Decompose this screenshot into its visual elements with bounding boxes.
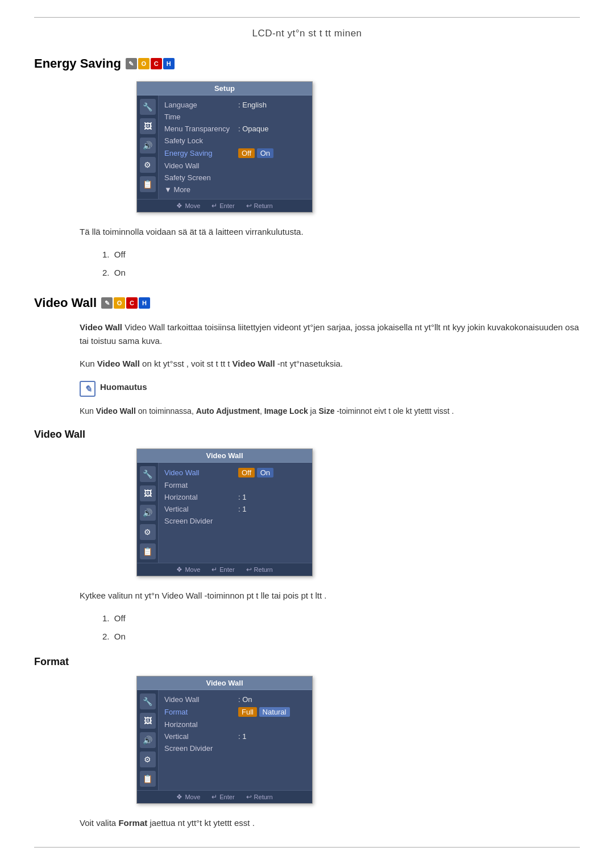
format-menu-wrapper: Video Wall 🔧 🖼 🔊 ⚙ 📋 Video Wall : On For… — [136, 676, 580, 804]
vw-value-horizontal: : 1 — [238, 493, 246, 501]
fmt-row-horizontal: Horizontal — [164, 719, 306, 730]
format-menu-title: Video Wall — [137, 676, 312, 690]
video-wall-intro: Video Wall Video Wall tarkoittaa toisiin… — [80, 321, 580, 348]
format-description: Voit valita Format jaettua nt ytt°t kt y… — [80, 816, 580, 830]
energy-saving-list-1: 1. Off — [102, 248, 580, 261]
vw-value-off: Off — [238, 468, 255, 477]
vw-menu-icon-2: 🖼 — [140, 485, 156, 501]
menu-icons-col: 🔧 🖼 🔊 ⚙ 📋 — [137, 95, 159, 199]
menu-row-time: Time — [164, 111, 306, 123]
vw-items-col: Video Wall Off On Format Horizontal : 1 — [159, 463, 312, 563]
menu-row-safety-lock: Safety Lock — [164, 135, 306, 147]
menu-row-video-wall: Video Wall — [164, 160, 306, 172]
fmt-footer-move-label: Move — [185, 794, 200, 800]
menu-row-safety-screen: Safety Screen — [164, 172, 306, 184]
fmt-footer-return: ↩ Return — [246, 793, 273, 801]
footer-enter-label: Enter — [219, 202, 234, 209]
fmt-footer-enter-label: Enter — [219, 794, 234, 800]
subsection-format-heading: Format — [34, 656, 580, 668]
fmt-footer-return-label: Return — [254, 794, 273, 800]
footer-move: ❖ Move — [176, 202, 200, 210]
menu-row-menu-transparency: Menu Transparency : Opaque — [164, 123, 306, 135]
menu-icon-3: 🔊 — [140, 138, 156, 153]
vw-label-screen-divider: Screen Divider — [164, 517, 238, 525]
fmt-label-format: Format — [164, 708, 238, 716]
menu-icon-5: 📋 — [140, 176, 156, 192]
note-label: Huomautus — [100, 380, 147, 392]
menu-label-time: Time — [164, 113, 238, 121]
vw-return-icon: ↩ — [246, 566, 252, 574]
vw-footer-move-label: Move — [185, 566, 200, 573]
fmt-icon-2: 🖼 — [140, 713, 156, 729]
fmt-icon-1: 🔧 — [140, 693, 156, 709]
vw-menu-icon-1: 🔧 — [140, 466, 156, 482]
badge-o: O — [138, 58, 150, 69]
bottom-rule — [34, 847, 580, 848]
vw-description: Kytkee valitun nt yt°n Video Wall -toimi… — [80, 589, 580, 603]
menu-value-energy-saving-off: Off — [238, 148, 255, 158]
menu-row-more: ▼ More — [164, 184, 306, 196]
format-menu: Video Wall 🔧 🖼 🔊 ⚙ 📋 Video Wall : On For… — [136, 676, 313, 804]
menu-label-energy-saving: Energy Saving — [164, 149, 238, 157]
vw-row-screen-divider: Screen Divider — [164, 515, 306, 527]
fmt-value-vertical: : 1 — [238, 732, 246, 741]
enter-icon: ↵ — [211, 202, 217, 210]
vw-value-on: On — [257, 468, 273, 477]
footer-enter: ↵ Enter — [211, 202, 234, 210]
subsection-video-wall-heading: Video Wall — [34, 429, 580, 441]
fmt-enter-icon: ↵ — [211, 793, 217, 801]
menu-label-more: ▼ More — [164, 185, 238, 194]
menu-label-language: Language — [164, 101, 238, 109]
menu-label-safety-screen: Safety Screen — [164, 173, 238, 182]
fmt-row-video-wall: Video Wall : On — [164, 693, 306, 705]
menu-row-language: Language : English — [164, 99, 306, 111]
badge-c: C — [151, 58, 162, 69]
video-wall-heading: Video Wall ✎ O C H — [34, 296, 580, 310]
fmt-icon-4: ⚙ — [140, 751, 156, 767]
fmt-items-col: Video Wall : On Format Full Natural Hori… — [159, 690, 312, 790]
fmt-row-format: Format Full Natural — [164, 705, 306, 719]
fmt-footer-enter: ↵ Enter — [211, 793, 234, 801]
vw-badge-c: C — [126, 297, 138, 309]
video-wall-kun-text: Kun Video Wall on kt yt°sst , voit st t … — [80, 357, 580, 371]
vw-label-vertical: Vertical — [164, 505, 238, 513]
vw-footer-return: ↩ Return — [246, 566, 273, 574]
menu-icon-2: 🖼 — [140, 118, 156, 134]
note-block: ✎ Huomautus — [80, 380, 580, 397]
video-wall-menu: Video Wall 🔧 🖼 🔊 ⚙ 📋 Video Wall Off On — [136, 448, 313, 576]
vw-badge-h: H — [139, 297, 150, 309]
vw-menu-icon-4: ⚙ — [140, 524, 156, 540]
badge-h: H — [163, 58, 175, 69]
energy-saving-description: Tä llä toiminnolla voidaan sä ät tä ä la… — [80, 225, 580, 239]
page-title: LCD-nt yt°n st t tt minen — [34, 28, 580, 39]
vw-spacer-1 — [164, 527, 306, 538]
vw-label-format: Format — [164, 481, 238, 489]
fmt-row-screen-divider: Screen Divider — [164, 742, 306, 754]
return-icon: ↩ — [246, 202, 252, 210]
page-container: LCD-nt yt°n st t tt minen Energy Saving … — [0, 0, 614, 865]
fmt-label-vertical: Vertical — [164, 732, 238, 741]
footer-return-label: Return — [254, 202, 273, 209]
vw-row-format: Format — [164, 479, 306, 491]
fmt-menu-footer: ❖ Move ↵ Enter ↩ Return — [137, 790, 312, 803]
footer-return: ↩ Return — [246, 202, 273, 210]
menu-icon-4: ⚙ — [140, 157, 156, 173]
fmt-value-natural: Natural — [259, 707, 290, 717]
format-menu-body: 🔧 🖼 🔊 ⚙ 📋 Video Wall : On Format Full — [137, 690, 312, 790]
move-icon: ❖ — [176, 202, 182, 210]
energy-saving-menu-title: Setup — [137, 82, 312, 95]
vw-value-vertical: : 1 — [238, 505, 246, 513]
vw-menu-footer: ❖ Move ↵ Enter ↩ Return — [137, 563, 312, 576]
vw-footer-move: ❖ Move — [176, 566, 200, 574]
energy-saving-title: Energy Saving — [34, 56, 121, 71]
vw-spacer-2 — [164, 538, 306, 550]
fmt-spacer-2 — [164, 766, 306, 777]
vw-row-vertical: Vertical : 1 — [164, 503, 306, 515]
fmt-move-icon: ❖ — [176, 793, 182, 801]
vw-footer-enter-label: Enter — [219, 566, 234, 573]
note-icon: ✎ — [80, 381, 96, 397]
vw-label-horizontal: Horizontal — [164, 493, 238, 501]
energy-saving-badges: ✎ O C H — [126, 58, 175, 69]
top-rule — [34, 17, 580, 18]
fmt-icon-5: 📋 — [140, 771, 156, 787]
